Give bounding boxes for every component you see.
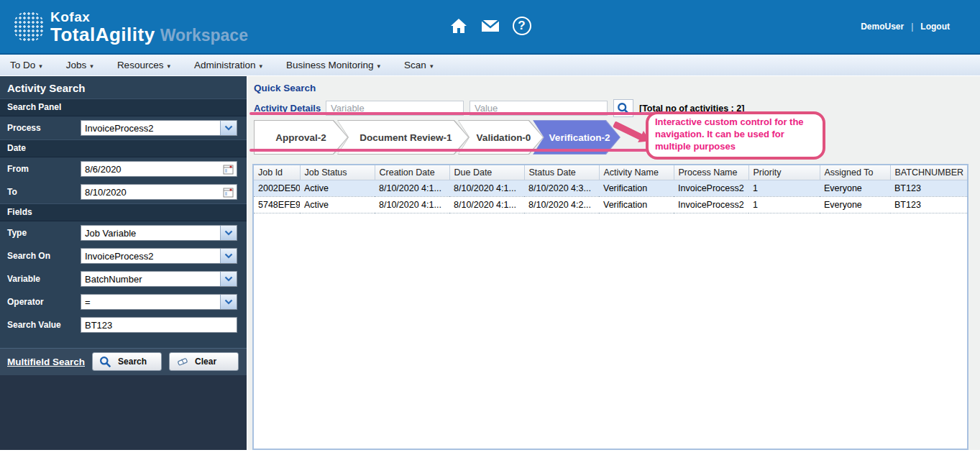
bottom-strip xyxy=(0,450,980,453)
section-search-panel: Search Panel xyxy=(0,98,247,116)
quick-search-title: Quick Search xyxy=(254,83,973,93)
chevron-down-icon: ▾ xyxy=(167,63,170,70)
section-fields: Fields xyxy=(0,203,247,221)
chevron-down-icon[interactable] xyxy=(220,121,237,135)
section-date: Date xyxy=(0,139,247,157)
search-value-input[interactable]: BT123 xyxy=(81,317,237,333)
mail-icon[interactable] xyxy=(480,16,500,36)
col-batchnumber[interactable]: BATCHNUMBER xyxy=(890,165,967,180)
operator-label: Operator xyxy=(7,297,81,307)
annotation-callout: Interactive custom control for the navig… xyxy=(646,111,825,160)
search-icon xyxy=(99,356,111,368)
calendar-icon[interactable] xyxy=(221,186,235,198)
activities-table: Job Id Job Status Creation Date Due Date… xyxy=(254,165,967,213)
menu-resources[interactable]: Resources▾ xyxy=(117,60,183,70)
variable-select[interactable]: BatchNumber xyxy=(81,271,237,287)
col-job-id[interactable]: Job Id xyxy=(254,165,300,180)
sidebar-filler xyxy=(0,375,247,450)
process-select[interactable]: InvoiceProcess2 xyxy=(81,120,237,136)
operator-select[interactable]: = xyxy=(81,294,237,310)
page-title: Activity Search xyxy=(0,76,247,98)
col-status-date[interactable]: Status Date xyxy=(524,165,599,180)
from-date-input[interactable]: 8/6/2020 xyxy=(81,161,237,177)
to-label: To xyxy=(7,187,81,197)
chevron-down-icon: ▾ xyxy=(259,63,262,70)
chevron-down-icon: ▾ xyxy=(39,63,42,70)
clear-button[interactable]: Clear xyxy=(169,352,239,371)
chevron-down-icon[interactable] xyxy=(220,249,237,263)
chevron-down-icon[interactable] xyxy=(220,272,237,286)
process-label: Process xyxy=(7,123,81,133)
chevron-down-icon: ▾ xyxy=(377,63,381,70)
activity-search-panel: Activity Search Search Panel Process Inv… xyxy=(0,76,247,450)
menu-todo[interactable]: To Do▾ xyxy=(10,60,55,70)
user-separator: | xyxy=(911,22,913,32)
table-row[interactable]: 5748EFE99 Active 8/10/2020 4:1... 8/10/2… xyxy=(254,197,967,213)
activities-table-container: Job Id Job Status Creation Date Due Date… xyxy=(252,164,968,450)
chevron-down-icon[interactable] xyxy=(220,226,237,240)
user-name[interactable]: DemoUser xyxy=(861,22,904,32)
kofax-logo: Kofax TotalAgility Workspace xyxy=(13,10,248,44)
app-header: Kofax TotalAgility Workspace ? DemoUser … xyxy=(0,0,980,55)
search-on-select[interactable]: InvoiceProcess2 xyxy=(81,248,237,264)
search-value-label: Search Value xyxy=(7,320,81,330)
col-job-status[interactable]: Job Status xyxy=(300,165,375,180)
col-process-name[interactable]: Process Name xyxy=(674,165,748,180)
logout-link[interactable]: Logout xyxy=(920,22,950,32)
col-assigned-to[interactable]: Assigned To xyxy=(820,165,890,180)
eraser-icon xyxy=(176,357,188,367)
menu-scan[interactable]: Scan▾ xyxy=(404,60,445,70)
quick-search-area: Quick Search Activity Details [Total no … xyxy=(247,76,980,450)
table-header-row: Job Id Job Status Creation Date Due Date… xyxy=(254,165,967,180)
brand-workspace: Workspace xyxy=(160,27,248,44)
table-row[interactable]: 2002DE50 Active 8/10/2020 4:1... 8/10/20… xyxy=(254,180,967,197)
variable-label: Variable xyxy=(7,274,81,284)
chevron-down-icon: ▾ xyxy=(430,63,434,70)
menu-administration[interactable]: Administration▾ xyxy=(194,60,275,70)
search-on-label: Search On xyxy=(7,251,81,261)
calendar-icon[interactable] xyxy=(221,163,235,175)
col-due-date[interactable]: Due Date xyxy=(449,165,524,180)
chevron-down-icon: ▾ xyxy=(90,63,93,70)
type-label: Type xyxy=(7,228,81,238)
col-creation-date[interactable]: Creation Date xyxy=(375,165,449,180)
to-date-input[interactable]: 8/10/2020 xyxy=(81,184,237,200)
col-priority[interactable]: Priority xyxy=(748,165,820,180)
brand-kofax: Kofax xyxy=(50,10,248,24)
from-label: From xyxy=(7,164,81,174)
menu-jobs[interactable]: Jobs▾ xyxy=(66,60,106,70)
type-select[interactable]: Job Variable xyxy=(81,225,237,241)
multifield-search-link[interactable]: Multifield Search xyxy=(7,357,85,367)
brand-product: TotalAgility xyxy=(50,25,155,44)
help-icon[interactable]: ? xyxy=(512,16,532,36)
search-button[interactable]: Search xyxy=(92,352,162,371)
menu-business-monitoring[interactable]: Business Monitoring▾ xyxy=(286,60,393,70)
chevron-down-icon[interactable] xyxy=(220,295,237,309)
kofax-globe-icon xyxy=(13,11,45,42)
home-icon[interactable] xyxy=(449,16,469,36)
main-menu: To Do▾ Jobs▾ Resources▾ Administration▾ … xyxy=(0,55,980,76)
col-activity-name[interactable]: Activity Name xyxy=(599,165,674,180)
